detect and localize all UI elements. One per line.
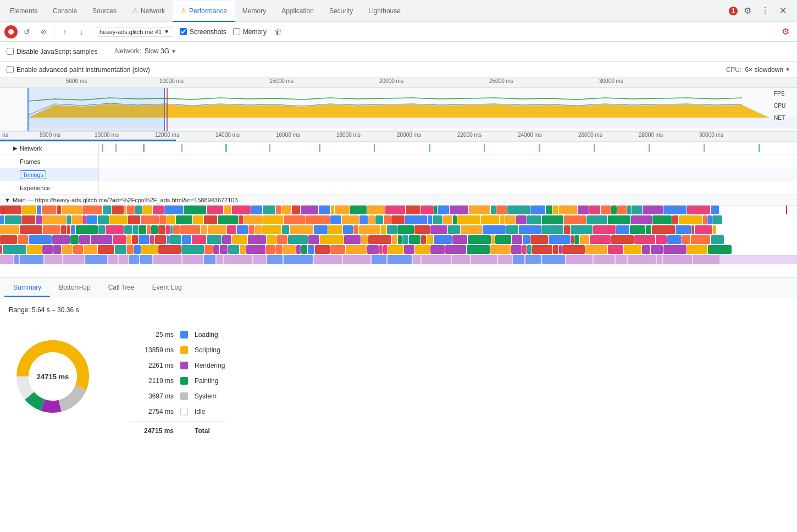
trash-icon[interactable]: 🗑 (271, 25, 285, 39)
svg-rect-1 (102, 144, 103, 152)
flame-cell (115, 245, 126, 254)
tab-memory[interactable]: Memory (235, 1, 274, 22)
tab-application[interactable]: Application (274, 1, 322, 22)
more-icon[interactable]: ⋮ (757, 3, 773, 19)
flame-cell (608, 245, 623, 254)
flame-cell (562, 245, 585, 254)
settings-icon[interactable]: ⚙ (740, 3, 755, 19)
flame-cell (18, 235, 28, 244)
disable-js-label[interactable]: Disable JavaScript samples (7, 48, 97, 56)
adv-paint-checkbox[interactable] (7, 66, 14, 73)
legend-loading: 25 ms Loading (130, 327, 225, 342)
upload-icon[interactable]: ↑ (58, 25, 72, 39)
flame-cell (232, 206, 251, 214)
btab-bottomup[interactable]: Bottom-Up (50, 279, 99, 297)
flame-cell (79, 235, 90, 244)
stop-icon[interactable]: ⊘ (36, 25, 51, 39)
separator (54, 26, 54, 37)
screenshots-checkbox[interactable] (180, 28, 187, 35)
flame-cell (141, 215, 159, 224)
flame-cell (652, 215, 672, 224)
flame-cell-purple (525, 255, 541, 264)
settings-gear-icon[interactable]: ⚙ (778, 25, 793, 39)
legend-idle: 2754 ms Idle (130, 404, 225, 419)
flame-cell (0, 245, 2, 254)
flame-cell (220, 245, 228, 254)
track-network-label[interactable]: ▶ Network (0, 142, 99, 154)
flame-cell (228, 245, 239, 254)
flame-cell (367, 245, 379, 254)
track-timings-label[interactable]: Timings (0, 168, 99, 181)
tab-sources[interactable]: Sources (85, 1, 124, 22)
ov-label-5000: 5000 ms (66, 78, 87, 84)
flame-cell (530, 235, 548, 244)
flame-cell (98, 215, 109, 224)
flame-cell (392, 235, 397, 244)
cpu-opt-value[interactable]: 6× slowdown ▼ (745, 66, 790, 74)
flame-cell (643, 206, 663, 214)
profile-select[interactable]: heavy-ads.glitch.me #1 ▼ (96, 27, 173, 37)
system-ms: 3697 ms (130, 392, 174, 400)
scripting-ms: 13859 ms (130, 346, 174, 354)
tab-performance[interactable]: ⚠ Performance (173, 1, 235, 22)
flame-cell (167, 235, 169, 244)
flame-row-1 (0, 215, 797, 225)
flame-cell (320, 235, 344, 244)
flame-cell (457, 215, 480, 224)
flame-cell (564, 225, 570, 234)
flame-cell (158, 225, 165, 234)
track-experience-label[interactable]: Experience (0, 181, 99, 194)
ov-label-10000: 10000 ms (159, 78, 184, 84)
flame-cell (434, 206, 437, 214)
tab-elements[interactable]: Elements (2, 1, 45, 22)
network-opt-value[interactable]: Slow 3G ▼ (145, 47, 176, 55)
flame-chart[interactable] (0, 206, 797, 267)
btab-summary[interactable]: Summary (4, 279, 50, 297)
record-button[interactable] (4, 25, 18, 38)
flame-cell (328, 225, 342, 234)
flame-cell (387, 225, 397, 234)
tab-network[interactable]: ⚠ Network (124, 1, 173, 22)
side-labels: FPS CPU NET (774, 88, 796, 124)
system-label: System (195, 392, 217, 400)
flame-cell (516, 215, 527, 224)
flame-cell-purple (204, 255, 215, 264)
close-icon[interactable]: ✕ (775, 3, 790, 19)
legend-scripting: 13859 ms Scripting (130, 342, 225, 358)
download-icon[interactable]: ↓ (74, 25, 88, 39)
selection-overlay[interactable] (27, 88, 165, 132)
flame-cell (361, 235, 368, 244)
track-frames-label[interactable]: Frames (0, 155, 99, 168)
flame-cell (469, 206, 490, 214)
track-network-content (99, 142, 797, 154)
svg-rect-15 (759, 144, 760, 152)
btab-calltree[interactable]: Call Tree (99, 279, 143, 297)
disable-js-checkbox[interactable] (7, 48, 14, 55)
flame-cell (150, 235, 154, 244)
refresh-icon[interactable]: ↺ (20, 25, 34, 39)
flame-cell (564, 215, 586, 224)
separator2 (92, 26, 92, 37)
btab-eventlog[interactable]: Event Log (143, 279, 191, 297)
tab-lighthouse[interactable]: Lighthouse (361, 1, 408, 22)
adv-paint-label[interactable]: Enable advanced paint instrumentation (s… (7, 66, 150, 74)
ruler-12000: 12000 ms (155, 132, 179, 138)
tab-console[interactable]: Console (45, 1, 85, 22)
flame-cell (227, 225, 236, 234)
flame-cell (218, 215, 238, 224)
tab-security[interactable]: Security (322, 1, 361, 22)
flame-cell (679, 215, 702, 224)
flame-cell (255, 225, 262, 234)
flame-cell (589, 206, 600, 214)
svg-rect-14 (704, 144, 705, 152)
rendering-label: Rendering (195, 362, 225, 369)
flame-cell (574, 235, 579, 244)
flame-cell (402, 235, 408, 244)
flame-cell (404, 245, 414, 254)
memory-checkbox[interactable] (233, 28, 240, 35)
overview-area[interactable]: 5000 ms 10000 ms 15000 ms 20000 ms 25000… (0, 78, 797, 132)
flame-cell (496, 206, 507, 214)
ruler-14000: 14000 ms (215, 132, 240, 138)
range-text: Range: 5.64 s – 30.36 s (9, 306, 788, 314)
flame-cell (687, 245, 707, 254)
